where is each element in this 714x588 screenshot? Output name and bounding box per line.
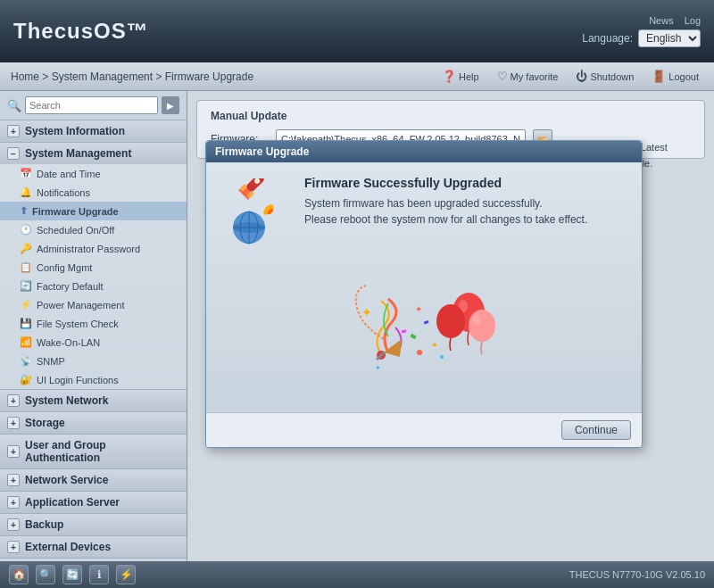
bottom-refresh-button[interactable]: 🔄 [62, 565, 82, 584]
search-input[interactable] [25, 96, 158, 114]
sidebar-header-network-service[interactable]: + Network Service [0, 469, 187, 491]
svg-rect-26 [402, 329, 406, 333]
svg-rect-23 [410, 333, 416, 338]
firmware-upgrade-dialog: Firmware Upgrade [205, 140, 643, 448]
section-system-network: + System Network [0, 390, 187, 412]
sidebar-item-label: System Network [25, 394, 108, 407]
search-bar: 🔍 ▶ [0, 91, 187, 120]
expand-icon: + [7, 474, 20, 486]
favorite-button[interactable]: ♡ My favorite [493, 68, 563, 85]
expand-icon: + [7, 417, 20, 429]
bottom-search-button[interactable]: 🔍 [36, 565, 55, 584]
help-icon: ❓ [442, 70, 456, 83]
power-mgmt-icon: ⚡ [20, 299, 32, 311]
sidebar-item-snmp[interactable]: 📡 SNMP [0, 352, 187, 370]
section-network-service: + Network Service [0, 469, 187, 492]
logout-icon: 🚪 [652, 70, 666, 83]
sidebar-header-system-network[interactable]: + System Network [0, 390, 187, 411]
svg-point-21 [469, 310, 495, 342]
success-line2: Please reboot the system now for all cha… [304, 213, 587, 226]
help-button[interactable]: ❓ Help [437, 68, 484, 85]
nav-buttons: ❓ Help ♡ My favorite ⏻ Shutdown 🚪 Logout [437, 68, 703, 85]
svg-text:✦: ✦ [361, 305, 372, 319]
heart-icon: ♡ [497, 70, 508, 83]
breadcrumb: Home > System Management > Firmware Upgr… [11, 70, 253, 83]
celebration-area: ✦ ✦ ✦ [220, 261, 628, 399]
sidebar-item-date-time[interactable]: 📅 Date and Time [0, 164, 187, 183]
sidebar-item-label: System Management [25, 147, 131, 160]
section-app-server: + Application Server [0, 492, 187, 514]
svg-point-22 [473, 314, 480, 325]
sidebar-header-system-info[interactable]: + System Information [0, 120, 187, 142]
sidebar-header-system-mgmt[interactable]: − System Management [0, 143, 187, 164]
sidebar-item-scheduled-onoff[interactable]: 🕐 Scheduled On/Off [0, 220, 187, 239]
sidebar-header-user-group[interactable]: + User and Group Authentication [0, 435, 187, 468]
celebration-svg: ✦ ✦ ✦ [335, 272, 513, 388]
log-link[interactable]: Log [685, 15, 701, 26]
expand-icon: + [7, 445, 20, 458]
language-label: Language: [582, 32, 633, 45]
section-storage: + Storage [0, 412, 187, 435]
sidebar-item-label: Storage [25, 417, 65, 429]
sidebar-item-filesystem-check[interactable]: 💾 File System Check [0, 314, 187, 333]
logout-label: Logout [668, 71, 699, 82]
sidebar-item-label: SNMP [37, 356, 65, 367]
sidebar-item-label: Wake-On-LAN [37, 337, 100, 348]
config-icon: 📋 [20, 261, 32, 273]
sidebar-item-config-mgmt[interactable]: 📋 Config Mgmt [0, 258, 187, 277]
main: 🔍 ▶ + System Information − System Manage… [0, 91, 714, 588]
navbar: Home > System Management > Firmware Upgr… [0, 62, 714, 91]
dialog-footer: Continue [206, 412, 642, 447]
sidebar-item-label: Power Management [37, 300, 124, 311]
news-link[interactable]: News [649, 15, 674, 26]
search-icon: 🔍 [7, 99, 21, 112]
upgrade-icon: ⬆ [20, 205, 28, 217]
snmp-icon: 📡 [20, 355, 32, 367]
logout-button[interactable]: 🚪 Logout [647, 68, 703, 85]
sidebar-item-label: Factory Default [37, 281, 104, 292]
sidebar-item-firmware-upgrade[interactable]: ⬆ Firmware Upgrade [0, 202, 187, 220]
svg-rect-24 [424, 320, 429, 325]
login-icon: 🔐 [20, 374, 32, 385]
sidebar-header-storage[interactable]: + Storage [0, 412, 187, 434]
sidebar-item-label: File System Check [37, 319, 119, 329]
svg-point-28 [440, 355, 444, 359]
sidebar-item-ui-login[interactable]: 🔐 UI Login Functions [0, 370, 187, 389]
svg-point-27 [417, 350, 422, 355]
sidebar-header-external-devices[interactable]: + External Devices [0, 536, 187, 558]
manual-update-title: Manual Update [211, 110, 691, 122]
help-label: Help [459, 71, 479, 82]
success-text: System firmware has been upgraded succes… [304, 195, 628, 228]
sidebar-item-factory-default[interactable]: 🔄 Factory Default [0, 277, 187, 295]
sidebar-item-notifications[interactable]: 🔔 Notifications [0, 183, 187, 202]
continue-button[interactable]: Continue [561, 420, 631, 440]
sidebar-header-backup[interactable]: + Backup [0, 514, 187, 535]
sidebar-item-admin-password[interactable]: 🔑 Administrator Password [0, 239, 187, 258]
dialog-icon-area [220, 176, 291, 247]
section-system-info: + System Information [0, 120, 187, 143]
sidebar-item-wake-on-lan[interactable]: 📶 Wake-On-LAN [0, 333, 187, 352]
sidebar-item-label: External Devices [25, 541, 111, 553]
search-button[interactable]: ▶ [162, 96, 179, 114]
news-log: News Log [649, 15, 701, 26]
bottom-power-button[interactable]: ⚡ [116, 565, 136, 584]
favorite-label: My favorite [511, 71, 559, 82]
sidebar: 🔍 ▶ + System Information − System Manage… [0, 91, 187, 588]
header-right: News Log Language: English [582, 15, 701, 47]
bottom-info-button[interactable]: ℹ [89, 565, 109, 584]
sidebar-item-label: Application Server [25, 496, 120, 509]
shutdown-button[interactable]: ⏻ Shutdown [571, 68, 638, 85]
language-select[interactable]: English [638, 29, 701, 47]
svg-text:✦: ✦ [415, 304, 422, 314]
sidebar-item-label: Config Mgmt [37, 262, 92, 273]
bottom-home-button[interactable]: 🏠 [9, 565, 29, 584]
expand-icon: + [7, 518, 20, 531]
expand-icon: + [7, 394, 20, 407]
section-backup: + Backup [0, 514, 187, 536]
expand-icon: + [7, 496, 20, 509]
sidebar-item-power-mgmt[interactable]: ⚡ Power Management [0, 295, 187, 314]
sidebar-header-app-server[interactable]: + Application Server [0, 492, 187, 513]
dialog-top: Firmware Successfully Upgraded System fi… [220, 176, 628, 247]
rocket-globe-icon [222, 178, 289, 245]
svg-rect-25 [433, 343, 437, 346]
